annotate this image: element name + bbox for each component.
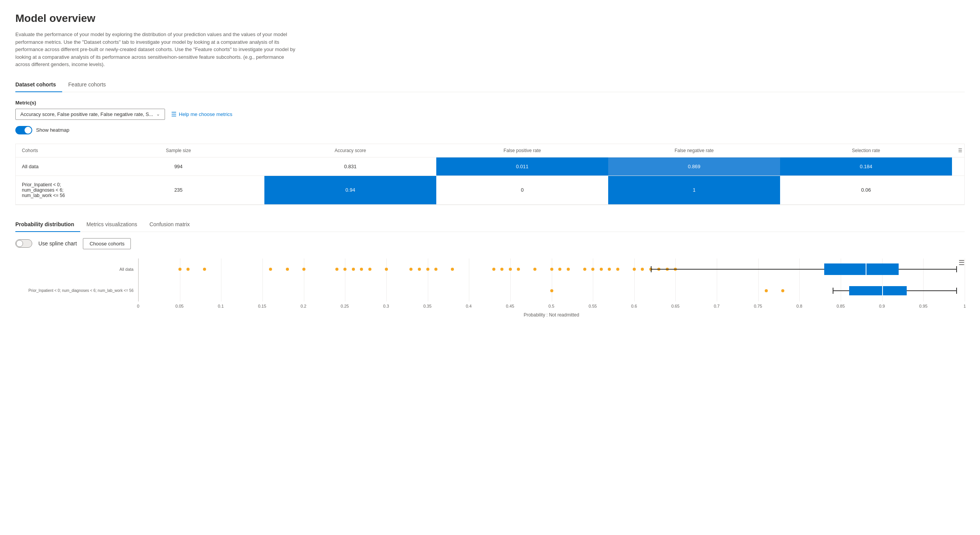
table-header: Cohorts Sample size Accuracy score False… [16, 144, 964, 157]
choose-cohorts-button[interactable]: Choose cohorts [83, 238, 131, 249]
chart-dot [451, 268, 454, 271]
col-fpr: False positive rate [436, 144, 608, 157]
tab-metrics-visualizations[interactable]: Metrics visualizations [80, 217, 143, 232]
chart-dot [608, 268, 611, 271]
x-axis-tick: 0.35 [423, 304, 431, 308]
chart-dot [633, 268, 636, 271]
x-axis-tick: 0.9 [879, 304, 885, 308]
chart-dot [500, 268, 503, 271]
row1-fnr: 0.869 [608, 157, 780, 176]
x-axis-tick: 0.1 [218, 304, 224, 308]
toggle-off-thumb [16, 240, 23, 247]
x-axis-tick: 0.5 [548, 304, 554, 308]
table-row: All data 994 0.831 0.011 0.869 0.184 [16, 157, 964, 176]
chart-inner: All data Prior_Inpatient < 0; num_diagno… [15, 258, 965, 301]
chart-dot [765, 289, 768, 292]
row1-menu [952, 157, 964, 176]
chart-controls: Use spline chart Choose cohorts [15, 238, 965, 249]
chart-dot [269, 268, 272, 271]
row2-selection: 0.06 [780, 176, 952, 204]
chart-plot-cohort2 [138, 280, 965, 301]
col-accuracy: Accuracy score [264, 144, 436, 157]
chart-dot [335, 268, 338, 271]
col-sample-size: Sample size [92, 144, 264, 157]
row2-fnr: 1 [608, 176, 780, 204]
chart-dot [418, 268, 421, 271]
x-axis-tick: 0 [137, 304, 139, 308]
toggle-thumb [25, 127, 31, 134]
chart-dot [286, 268, 289, 271]
chart-dot [550, 289, 553, 292]
tab-dataset-cohorts[interactable]: Dataset cohorts [15, 78, 62, 92]
x-axis-tick: 0.95 [919, 304, 927, 308]
row2-sample-size: 235 [92, 176, 264, 204]
x-axis-tick: 0.15 [258, 304, 266, 308]
tab-probability-distribution[interactable]: Probability distribution [15, 217, 80, 232]
main-tabs: Dataset cohorts Feature cohorts [15, 78, 965, 92]
bottom-tabs: Probability distribution Metrics visuali… [15, 217, 965, 232]
chart-label-all-data: All data [15, 267, 138, 272]
x-axis-tick: 0.55 [589, 304, 597, 308]
cohorts-table: Cohorts Sample size Accuracy score False… [15, 144, 965, 205]
chart-dot [203, 268, 206, 271]
boxplot-right-cap [956, 288, 957, 294]
chart-dot [781, 289, 784, 292]
x-axis-tick: 0.2 [300, 304, 306, 308]
chart-dot [558, 268, 561, 271]
x-axis-label: Probability : Not readmitted [138, 312, 965, 318]
col-fnr: False negative rate [608, 144, 780, 157]
chart-dot [591, 268, 594, 271]
row1-accuracy: 0.831 [264, 157, 436, 176]
heatmap-toggle[interactable] [15, 126, 32, 134]
spline-label: Use spline chart [38, 240, 77, 247]
metrics-label: Metric(s) [15, 100, 965, 106]
heatmap-toggle-label: Show heatmap [36, 127, 69, 133]
chart-dot [302, 268, 305, 271]
chart-dot [352, 268, 355, 271]
boxplot-left-cap [833, 288, 833, 294]
chart-dot [583, 268, 586, 271]
tab-confusion-matrix[interactable]: Confusion matrix [144, 217, 196, 232]
boxplot-right-cap [956, 266, 957, 272]
chart-area: ☰ All data Prior_Inpatient < 0; num_diag… [15, 258, 965, 333]
metrics-row: Accuracy score, False positive rate, Fal… [15, 109, 965, 120]
row2-accuracy: 0.94 [264, 176, 436, 204]
page-title: Model overview [15, 12, 965, 25]
chart-dot [600, 268, 603, 271]
help-choose-metrics-button[interactable]: ☰ Help me choose metrics [171, 111, 232, 118]
row1-fpr: 0.011 [436, 157, 608, 176]
metrics-dropdown[interactable]: Accuracy score, False positive rate, Fal… [15, 109, 165, 120]
metrics-dropdown-value: Accuracy score, False positive rate, Fal… [20, 111, 153, 117]
x-axis-tick: 0.4 [466, 304, 472, 308]
chart-label-cohort2: Prior_Inpatient < 0; num_diagnoses < 6; … [15, 288, 138, 293]
x-axis-tick: 1 [964, 304, 966, 308]
tab-feature-cohorts[interactable]: Feature cohorts [62, 78, 112, 92]
chart-dot [434, 268, 437, 271]
chart-dot [343, 268, 346, 271]
boxplot-whisker-line [651, 269, 957, 270]
boxplot-median [866, 263, 866, 275]
row1-selection: 0.184 [780, 157, 952, 176]
chevron-down-icon: ⌄ [156, 111, 160, 117]
chart-dot [186, 268, 190, 271]
chart-dot [409, 268, 412, 271]
chart-dot [533, 268, 536, 271]
chart-row-cohort2: Prior_Inpatient < 0; num_diagnoses < 6; … [15, 280, 965, 301]
x-axis-tick: 0.75 [754, 304, 762, 308]
chart-dot [178, 268, 181, 271]
x-axis-tick: 0.8 [797, 304, 802, 308]
spline-toggle[interactable] [15, 239, 32, 248]
table-row: Prior_Inpatient < 0; num_diagnoses < 6;n… [16, 176, 964, 205]
table-icon: ☰ [171, 111, 177, 118]
chart-dot [360, 268, 363, 271]
chart-dot [567, 268, 570, 271]
x-axis-tick: 0.65 [671, 304, 679, 308]
x-axis-tick: 0.25 [341, 304, 349, 308]
x-axis-tick: 0.05 [175, 304, 183, 308]
chart-row-all-data: All data [15, 258, 965, 280]
chart-dot [517, 268, 520, 271]
chart-dot [385, 268, 388, 271]
table-menu-icon[interactable]: ☰ [958, 148, 962, 153]
row1-sample-size: 994 [92, 157, 264, 176]
col-cohorts: Cohorts [16, 144, 92, 157]
